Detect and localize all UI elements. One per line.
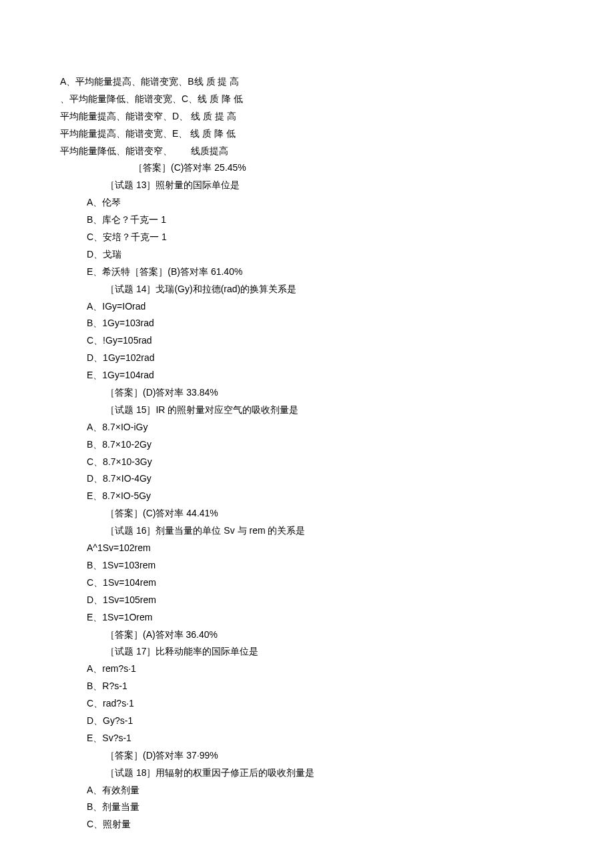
text-line: A、rem?s·1 — [87, 661, 554, 678]
text-line: B、1Gy=103rad — [87, 315, 554, 332]
text-line: ［试题 14］戈瑞(Gy)和拉德(rad)的换算关系是 — [105, 281, 554, 298]
text-line: A、伦琴 — [87, 194, 554, 211]
text-line: ［答案］(C)答对率 25.45% — [133, 159, 554, 177]
text-line: ［答案］(A)答对率 36.40% — [105, 626, 554, 644]
text-line: A、有效剂量 — [87, 782, 554, 799]
text-line: D、8.7×IO-4Gy — [87, 470, 554, 488]
text-line: ［试题 17］比释动能率的国际单位是 — [105, 643, 554, 661]
text-line: C、rad?s·1 — [87, 695, 554, 713]
text-line: B、1Sv=103rem — [87, 557, 554, 574]
text-line: ［试题 15］IR 的照射量对应空气的吸收剂量是 — [105, 402, 554, 419]
text-line: E、希沃特［答案］(B)答对率 61.40% — [87, 264, 554, 281]
text-line: D、1Gy=102rad — [87, 350, 554, 367]
text-line: C、安培？千克一 1 — [87, 229, 554, 246]
document-page: A、平均能量提高、能谱变宽、B线 质 提 高、平均能量降低、能谱变宽、C、线 质… — [0, 0, 614, 868]
text-line: 平均能量提高、能谱变宽、E、 线 质 降 低 — [60, 125, 554, 143]
text-line: D、Gy?s-1 — [87, 713, 554, 730]
text-line: C、!Gy=105rad — [87, 332, 554, 350]
text-line: 平均能量提高、能谱变窄、D、 线 质 提 高 — [60, 108, 554, 125]
text-line: A、8.7×IO-iGy — [87, 419, 554, 436]
text-line: D、戈瑞 — [87, 246, 554, 264]
text-line: 平均能量降低、能谱变窄、 线质提高 — [60, 143, 554, 160]
text-line: ［答案］(C)答对率 44.41% — [105, 505, 554, 522]
text-line: A、IGy=IOrad — [87, 298, 554, 316]
text-line: ［答案］(D)答对率 37·99% — [105, 747, 554, 765]
text-line: 、平均能量降低、能谱变宽、C、线 质 降 低 — [60, 91, 554, 108]
text-line: ［试题 13］照射量的国际单位是 — [105, 177, 554, 194]
text-line: B、R?s-1 — [87, 678, 554, 695]
text-line: ［试题 16］剂量当量的单位 Sv 与 rem 的关系是 — [105, 522, 554, 540]
text-line: C、8.7×10-3Gy — [87, 454, 554, 471]
text-line: D、1Sv=105rem — [87, 592, 554, 609]
text-line: C、照射量 — [87, 816, 554, 833]
text-line: ［试题 18］用辐射的权重因子修正后的吸收剂量是 — [105, 765, 554, 782]
text-line: E、1Sv=1Orem — [87, 609, 554, 626]
text-line: B、剂量当量 — [87, 799, 554, 816]
text-line: B、库仑？千克一 1 — [87, 211, 554, 229]
text-line: B、8.7×10-2Gy — [87, 436, 554, 454]
text-line: ［答案］(D)答对率 33.84% — [105, 384, 554, 402]
text-line: E、8.7×IO-5Gy — [87, 488, 554, 505]
text-line: E、Sv?s-1 — [87, 730, 554, 747]
text-line: E、1Gy=104rad — [87, 367, 554, 384]
text-line: A、平均能量提高、能谱变宽、B线 质 提 高 — [60, 73, 554, 91]
text-line: A^1Sv=102rem — [87, 540, 554, 557]
text-line: C、1Sv=104rem — [87, 574, 554, 592]
